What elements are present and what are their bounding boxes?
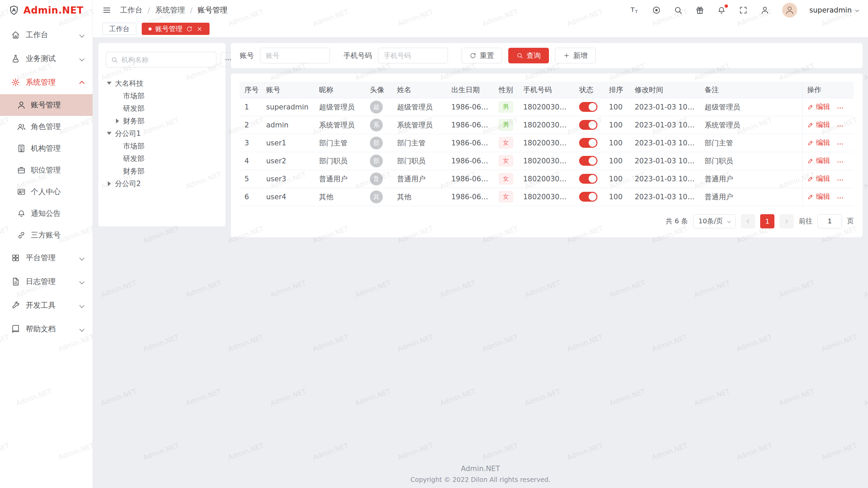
tree-caret-icon[interactable] bbox=[115, 119, 120, 123]
tree-node[interactable]: 市场部 bbox=[106, 140, 218, 152]
account-filter-label: 账号 bbox=[240, 51, 254, 60]
query-button[interactable]: 查询 bbox=[508, 48, 549, 63]
header-actions: TT superadmin bbox=[630, 3, 859, 18]
sidebar-item-log-manage[interactable]: 日志管理 bbox=[0, 270, 93, 293]
avatar: 其 bbox=[370, 190, 383, 203]
user-menu[interactable]: superadmin bbox=[809, 6, 859, 14]
tree-node[interactable]: 研发部 bbox=[106, 102, 218, 115]
status-toggle[interactable] bbox=[579, 174, 597, 184]
gift-icon[interactable] bbox=[695, 5, 705, 15]
breadcrumb-item-workbench[interactable]: 工作台 bbox=[120, 5, 142, 15]
page-1-button[interactable]: 1 bbox=[760, 214, 774, 228]
cell-sort: 100 bbox=[604, 134, 630, 152]
sidebar-subitem-org-manage[interactable]: 机构管理 bbox=[0, 138, 93, 159]
user-avatar[interactable] bbox=[782, 3, 797, 18]
chevron-down-icon bbox=[79, 255, 85, 261]
tree-node[interactable]: 市场部 bbox=[106, 89, 218, 102]
source-icon[interactable] bbox=[652, 5, 662, 15]
next-page-button[interactable] bbox=[780, 214, 794, 228]
more-button[interactable] bbox=[836, 122, 844, 130]
edit-button-label: 编辑 bbox=[816, 156, 830, 165]
tree-node[interactable]: 大名科技 bbox=[106, 77, 218, 89]
menu-toggle-icon[interactable] bbox=[102, 5, 112, 15]
add-button-label: 新增 bbox=[573, 51, 588, 60]
fullscreen-icon[interactable] bbox=[739, 5, 748, 15]
tab-account-manage[interactable]: 账号管理 bbox=[142, 23, 210, 35]
edit-button[interactable]: 编辑 bbox=[807, 102, 830, 111]
sidebar-subitem-third-account[interactable]: 三方账号 bbox=[0, 224, 93, 246]
tree-caret-icon[interactable] bbox=[106, 132, 112, 135]
more-button[interactable] bbox=[836, 194, 844, 202]
footer: Admin.NET Copyright © 2022 Dilon All rig… bbox=[93, 465, 868, 483]
total-count: 共 6 条 bbox=[666, 217, 688, 226]
sidebar-subitem-account-manage[interactable]: 账号管理 bbox=[0, 94, 93, 116]
cell-no: 2 bbox=[240, 116, 261, 134]
sidebar-subitem-personal-center[interactable]: 个人中心 bbox=[0, 181, 93, 203]
more-button[interactable] bbox=[836, 140, 844, 148]
edit-button[interactable]: 编辑 bbox=[807, 138, 830, 147]
breadcrumb-item-system[interactable]: 系统管理 bbox=[155, 5, 185, 15]
edit-button[interactable]: 编辑 bbox=[807, 120, 830, 129]
sidebar-item-business-test[interactable]: 业务测试 bbox=[0, 47, 93, 70]
org-search-input[interactable] bbox=[121, 56, 211, 64]
tree-node[interactable]: 分公司2 bbox=[106, 177, 218, 190]
account-filter-input[interactable] bbox=[260, 48, 330, 63]
add-button[interactable]: 新增 bbox=[555, 48, 596, 63]
column-header: 排序 bbox=[604, 82, 630, 98]
footer-copyright: Copyright © 2022 Dilon All rights reserv… bbox=[93, 476, 868, 483]
prev-page-button[interactable] bbox=[741, 214, 755, 228]
status-toggle[interactable] bbox=[579, 156, 597, 166]
font-size-icon[interactable]: TT bbox=[630, 5, 640, 15]
table-row: 4user2部门职员部部门职员1986-06-28女18020030720100… bbox=[240, 152, 854, 170]
status-toggle[interactable] bbox=[579, 102, 597, 112]
phone-filter-input[interactable] bbox=[378, 48, 448, 63]
sidebar-item-help-docs[interactable]: 帮助文档 bbox=[0, 317, 93, 341]
tree-node[interactable]: 财务部 bbox=[106, 165, 218, 177]
edit-icon bbox=[807, 140, 814, 146]
status-toggle[interactable] bbox=[579, 138, 597, 148]
sidebar-subitem-role-manage[interactable]: 角色管理 bbox=[0, 116, 93, 138]
status-toggle[interactable] bbox=[579, 120, 597, 130]
more-button[interactable] bbox=[836, 158, 844, 166]
search-icon[interactable] bbox=[674, 5, 683, 15]
cell-avatar: 普 bbox=[365, 170, 392, 188]
cell-avatar: 部 bbox=[365, 152, 392, 170]
sidebar-item-system-manage[interactable]: 系统管理 bbox=[0, 70, 93, 94]
more-button[interactable] bbox=[836, 104, 844, 112]
tab-refresh-icon[interactable] bbox=[186, 26, 193, 32]
reset-button-label: 重置 bbox=[480, 51, 494, 60]
sidebar-item-platform-manage[interactable]: 平台管理 bbox=[0, 246, 93, 270]
more-button[interactable] bbox=[836, 176, 844, 184]
edit-button[interactable]: 编辑 bbox=[807, 174, 830, 183]
bell-icon bbox=[17, 209, 26, 218]
goto-page-input[interactable] bbox=[817, 214, 842, 228]
tree-caret-icon[interactable] bbox=[106, 181, 112, 186]
avatar: 部 bbox=[370, 155, 383, 167]
page-size-select[interactable]: 10条/页 bbox=[693, 214, 736, 228]
sidebar-item-dev-tools[interactable]: 开发工具 bbox=[0, 293, 93, 317]
chevron-down-icon bbox=[79, 279, 85, 284]
edit-button[interactable]: 编辑 bbox=[807, 192, 830, 201]
sidebar-subitem-position-manage[interactable]: 职位管理 bbox=[0, 159, 93, 181]
tab-close-icon[interactable] bbox=[196, 26, 203, 32]
tree-node[interactable]: 财务部 bbox=[106, 115, 218, 127]
tree-caret-icon[interactable] bbox=[106, 82, 112, 85]
sidebar-item-workbench[interactable]: 工作台 bbox=[0, 23, 93, 47]
cell-status bbox=[574, 98, 604, 116]
cell-account: admin bbox=[261, 116, 314, 134]
tab-workbench[interactable]: 工作台 bbox=[102, 23, 136, 35]
edit-button[interactable]: 编辑 bbox=[807, 156, 830, 165]
status-toggle[interactable] bbox=[579, 192, 597, 202]
tree-node[interactable]: 分公司1 bbox=[106, 127, 218, 140]
breadcrumb-item-account[interactable]: 账号管理 bbox=[198, 5, 228, 15]
tree-node-label: 分公司2 bbox=[115, 179, 141, 188]
bell-icon[interactable] bbox=[717, 5, 727, 15]
user-icon[interactable] bbox=[761, 5, 770, 15]
sidebar-nav: 工作台业务测试系统管理账号管理角色管理机构管理职位管理个人中心通知公告三方账号平… bbox=[0, 20, 93, 488]
sidebar-subitem-notice[interactable]: 通知公告 bbox=[0, 203, 93, 224]
table-row: 6user4其他其其他1986-06-28女180200307201002023… bbox=[240, 188, 854, 206]
reset-button[interactable]: 重置 bbox=[461, 48, 502, 63]
cell-remark: 超级管理员 bbox=[700, 98, 802, 116]
tree-node[interactable]: 研发部 bbox=[106, 152, 218, 165]
edit-button-label: 编辑 bbox=[816, 192, 830, 201]
